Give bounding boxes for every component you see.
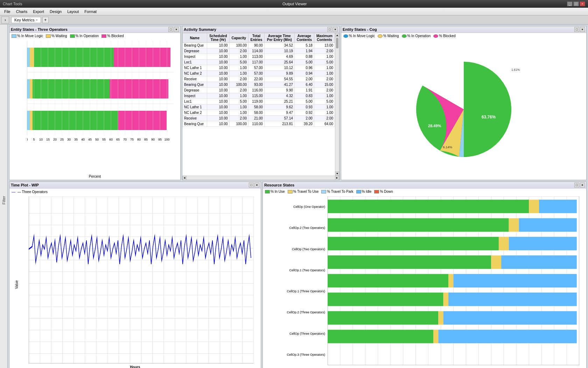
table-row: NC Lathe 110.001.0057.0010.120.961.00 [183, 65, 335, 71]
svg-rect-17 [118, 111, 167, 130]
svg-text:5: 5 [33, 138, 35, 141]
svg-text:10: 10 [39, 138, 43, 141]
svg-text:100: 100 [164, 138, 169, 141]
scroll-right[interactable]: ► [335, 176, 339, 180]
svg-text:1.61%: 1.61% [511, 68, 520, 71]
menu-file[interactable]: File [1, 9, 13, 14]
menu-export[interactable]: Export [30, 9, 47, 14]
cog-legend-blocked: % Blocked [433, 34, 455, 38]
svg-rect-145 [501, 255, 577, 269]
resource-y-labels: CellOp (One Operator) CellOp.2 (Two Oper… [263, 196, 327, 365]
cog-legend: % In Move Logic % Waiting % In Operation… [341, 33, 586, 39]
resource-chart-area: 0 5 10 15 20 25 30 35 40 45 50 55 60 65 [263, 195, 586, 368]
svg-rect-134 [328, 200, 529, 213]
svg-rect-157 [438, 330, 576, 343]
svg-rect-8 [34, 48, 114, 67]
tab-nav-button[interactable]: › [1, 16, 9, 23]
svg-rect-10 [27, 79, 30, 98]
scroll-up[interactable]: ▲ [335, 33, 339, 37]
svg-text:95: 95 [158, 138, 162, 141]
resource-restore-button[interactable]: □ [574, 183, 579, 188]
activity-scrollbar[interactable]: ▲ ▼ [335, 33, 339, 176]
activity-table-area[interactable]: Name ScheduledTime (Hr) Capacity TotalEn… [182, 33, 335, 176]
svg-text:6.14%: 6.14% [443, 145, 453, 149]
time-plot-panel: Time Plot - WIP □ × — — Three Operators … [9, 182, 261, 368]
bar-label-8: CellOp.3 (Three Operators) [263, 353, 327, 356]
svg-rect-140 [328, 237, 499, 251]
resource-states-panel: Resource States □ × % In Use % Travel To… [262, 182, 587, 368]
table-row: Receive10.002.0022.0054.552.002.00 [183, 76, 335, 82]
filter-panel: Filter [0, 25, 8, 368]
svg-text:40: 40 [81, 138, 85, 141]
entity-states-three-operators-panel: Entity States - Three Operators □ × % In… [9, 26, 181, 180]
menu-charts[interactable]: Charts [13, 9, 30, 14]
time-plot-title: Time Plot - WIP [11, 183, 39, 187]
resource-close-button[interactable]: × [580, 183, 585, 188]
table-row: Receive10.002.0021.0057.142.002.00 [183, 116, 335, 121]
menu-design[interactable]: Design [47, 9, 64, 14]
svg-rect-153 [438, 311, 443, 325]
menu-layout[interactable]: Layout [64, 9, 82, 14]
tab-key-metrics[interactable]: Key Metrics × [11, 17, 41, 23]
bottom-row: Time Plot - WIP □ × — — Three Operators … [9, 182, 587, 368]
menu-format[interactable]: Format [82, 9, 99, 14]
time-plot-header: Time Plot - WIP □ × [9, 182, 261, 189]
tab-bar: › Key Metrics × + [0, 15, 588, 25]
svg-text:50: 50 [95, 138, 99, 141]
table-row: Loc110.005.00119.0025.215.005.00 [183, 99, 335, 104]
svg-rect-15 [30, 111, 33, 130]
activity-restore-button[interactable]: □ [327, 27, 332, 32]
svg-text:25: 25 [60, 138, 64, 141]
time-plot-svg: 8.00 9.00 10.00 11.00 12.00 13.00 14.00 … [29, 197, 254, 363]
h-scrollbar[interactable]: ◄ ► [182, 176, 339, 180]
time-close-button[interactable]: × [254, 183, 259, 188]
svg-rect-139 [519, 218, 576, 232]
time-restore-button[interactable]: □ [249, 183, 254, 188]
activity-close-button[interactable]: × [333, 27, 338, 32]
bar-label-7: CellOp (Three Operators) [263, 332, 327, 335]
y-axis-label: Value [15, 280, 19, 289]
time-legend-label: — Three Operators [18, 190, 48, 194]
bar-label-2: CellOp.2 (Two Operators) [263, 226, 327, 230]
cog-restore-button[interactable]: □ [574, 27, 579, 32]
svg-text:63.76%: 63.76% [482, 115, 496, 120]
activity-summary-title: Activity Summary [184, 27, 216, 32]
svg-rect-7 [30, 48, 34, 67]
minimize-button[interactable]: _ [567, 1, 573, 6]
entity-states-title: Entity States - Three Operators [11, 27, 68, 32]
svg-text:0: 0 [27, 138, 28, 141]
entity-states-legend: % In Move Logic % Waiting % In Operation… [9, 33, 180, 39]
close-button[interactable]: × [580, 1, 585, 6]
time-x-axis-label: Hours [130, 365, 140, 368]
restore-button[interactable]: □ [168, 27, 173, 32]
window-controls: _ □ × [567, 1, 585, 6]
table-row: Degrease10.002.00116.009.901.912.00 [183, 88, 335, 93]
svg-text:85: 85 [144, 138, 148, 141]
svg-text:35: 35 [74, 138, 78, 141]
tab-close-button[interactable]: × [36, 18, 37, 22]
maximize-button[interactable]: □ [573, 1, 579, 6]
svg-rect-142 [509, 237, 577, 251]
scroll-left[interactable]: ◄ [182, 176, 187, 180]
cog-close-button[interactable]: × [580, 27, 585, 32]
new-tab-button[interactable]: + [42, 17, 49, 23]
close-panel-button[interactable]: × [174, 27, 179, 32]
col-entries: TotalEntries [248, 33, 264, 43]
scroll-thumb[interactable] [336, 38, 338, 48]
scroll-down[interactable]: ▼ [335, 171, 339, 176]
entity-states-cog-header: Entity States - Cog □ × [341, 26, 586, 33]
res-legend-in-use: % In Use [265, 190, 285, 193]
svg-rect-149 [328, 293, 443, 306]
x-axis-label: Percent [89, 175, 101, 178]
resource-states-title: Resource States [264, 183, 294, 187]
col-max-contents: MaximumContents [314, 33, 335, 43]
svg-rect-9 [114, 48, 170, 67]
svg-rect-141 [499, 237, 509, 251]
table-row: Bearing Que10.00100.00110.00213.8139.206… [183, 121, 335, 127]
svg-rect-6 [27, 48, 30, 67]
bar-label-3: CellOp (Two Operators) [263, 247, 327, 251]
svg-rect-148 [454, 274, 577, 288]
svg-rect-151 [448, 293, 577, 306]
svg-text:28.49%: 28.49% [428, 124, 441, 128]
svg-rect-156 [433, 330, 438, 343]
